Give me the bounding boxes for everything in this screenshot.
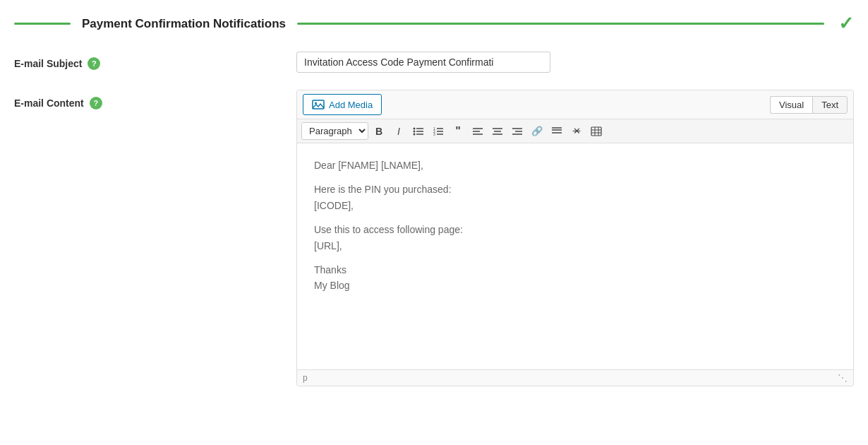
align-right-button[interactable] bbox=[508, 123, 526, 140]
editor-resize-handle[interactable]: ⋱ bbox=[838, 372, 848, 384]
email-content-field-col: Add Media Visual Text Paragraph B I bbox=[296, 90, 854, 386]
editor-toolbar: Paragraph B I 123 " bbox=[297, 119, 853, 143]
ordered-list-button[interactable]: 123 bbox=[429, 123, 447, 140]
add-media-button[interactable]: Add Media bbox=[303, 94, 382, 115]
editor-line-pin-intro: Here is the PIN you purchased:[ICODE], bbox=[314, 182, 836, 213]
horizontal-rule-button[interactable] bbox=[548, 123, 566, 140]
bold-button[interactable]: B bbox=[370, 123, 388, 140]
email-subject-help-icon[interactable]: ? bbox=[88, 57, 100, 70]
editor-line-thanks: ThanksMy Blog bbox=[314, 262, 836, 294]
strikethrough-button[interactable]: ✕ bbox=[567, 123, 586, 140]
editor-footer: p ⋱ bbox=[297, 369, 853, 386]
page-header: Payment Confirmation Notifications ✓ bbox=[0, 0, 868, 44]
svg-point-6 bbox=[414, 130, 416, 132]
email-content-section: E-mail Content ? bbox=[0, 83, 868, 393]
add-media-label: Add Media bbox=[329, 100, 373, 110]
editor-footer-tag: p bbox=[303, 373, 308, 383]
header-line-left bbox=[14, 23, 71, 25]
email-subject-field-col bbox=[296, 52, 854, 73]
page-container: Payment Confirmation Notifications ✓ E-m… bbox=[0, 0, 868, 445]
email-content-label-col: E-mail Content ? bbox=[14, 90, 296, 109]
italic-button[interactable]: I bbox=[390, 123, 408, 140]
unordered-list-button[interactable] bbox=[409, 123, 428, 140]
paragraph-select[interactable]: Paragraph bbox=[301, 122, 368, 140]
svg-point-1 bbox=[315, 102, 317, 105]
align-center-button[interactable] bbox=[488, 123, 507, 140]
svg-point-5 bbox=[414, 127, 416, 129]
tab-visual[interactable]: Visual bbox=[770, 96, 812, 114]
add-media-icon bbox=[312, 98, 325, 111]
editor-line-url-intro: Use this to access following page:[URL], bbox=[314, 222, 836, 254]
svg-point-7 bbox=[414, 133, 416, 135]
email-subject-label-col: E-mail Subject ? bbox=[14, 52, 296, 70]
svg-rect-26 bbox=[591, 127, 601, 136]
add-media-row: Add Media Visual Text bbox=[297, 90, 853, 119]
vis-text-tabs: Visual Text bbox=[770, 96, 848, 114]
check-icon: ✓ bbox=[838, 13, 854, 35]
email-subject-section: E-mail Subject ? bbox=[0, 44, 868, 80]
link-button[interactable]: 🔗 bbox=[528, 123, 546, 140]
editor-wrapper: Add Media Visual Text Paragraph B I bbox=[296, 90, 854, 386]
email-subject-input[interactable] bbox=[296, 52, 550, 73]
email-content-help-icon[interactable]: ? bbox=[90, 97, 102, 109]
editor-content-area[interactable]: Dear [FNAME] [LNAME], Here is the PIN yo… bbox=[297, 143, 853, 369]
page-title: Payment Confirmation Notifications bbox=[82, 17, 286, 31]
email-subject-label: E-mail Subject bbox=[14, 58, 82, 69]
tab-text[interactable]: Text bbox=[812, 96, 848, 114]
header-line-right bbox=[297, 23, 824, 25]
svg-text:3: 3 bbox=[433, 132, 435, 136]
table-button[interactable] bbox=[587, 123, 605, 140]
editor-line-salutation: Dear [FNAME] [LNAME], bbox=[314, 158, 836, 173]
blockquote-button[interactable]: " bbox=[449, 123, 467, 140]
email-content-label: E-mail Content bbox=[14, 97, 84, 109]
align-left-button[interactable] bbox=[469, 123, 487, 140]
svg-rect-0 bbox=[313, 100, 324, 109]
